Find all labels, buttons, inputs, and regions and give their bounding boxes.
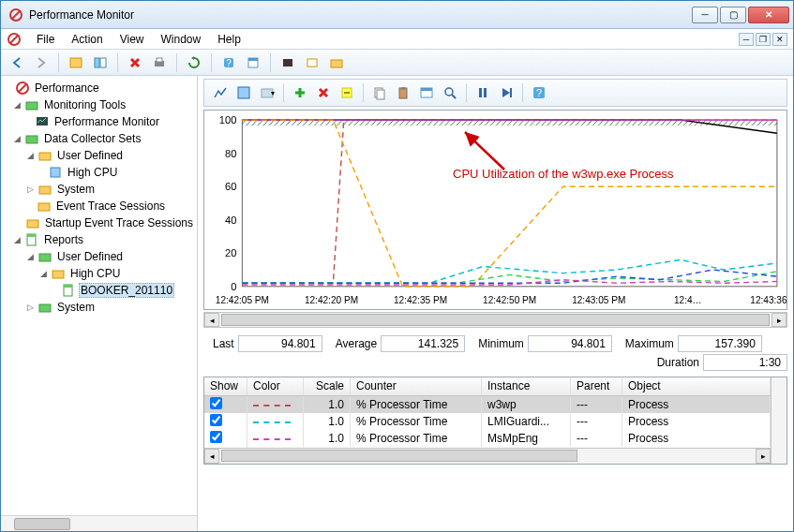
svg-rect-27: [27, 234, 36, 237]
print-button[interactable]: [149, 52, 170, 73]
scroll-thumb[interactable]: [221, 314, 770, 326]
svg-line-3: [10, 36, 18, 43]
folder-icon: [37, 249, 52, 264]
refresh-button[interactable]: [184, 52, 204, 73]
svg-text:60: 60: [225, 181, 236, 192]
tree-system-1[interactable]: ▷ System: [3, 181, 195, 198]
scroll-right-icon[interactable]: ▸: [756, 449, 771, 464]
properties2-button[interactable]: [416, 82, 437, 103]
tree-high-cpu-1[interactable]: High CPU: [3, 164, 195, 181]
menu-file[interactable]: File: [29, 31, 62, 48]
legend-row[interactable]: 1.0% Processor TimeMsMpEng---Process: [204, 430, 771, 447]
collapse-icon[interactable]: ◢: [38, 269, 49, 279]
show-checkbox[interactable]: [210, 431, 222, 443]
object-cell: Process: [622, 396, 771, 413]
menu-action[interactable]: Action: [64, 31, 110, 48]
help2-button[interactable]: ?: [529, 82, 549, 103]
collapse-icon[interactable]: ◢: [12, 235, 22, 245]
col-scale[interactable]: Scale: [304, 377, 351, 395]
view-histogram-button[interactable]: [233, 82, 254, 103]
delete-button[interactable]: [125, 52, 145, 73]
tree-event-trace[interactable]: Event Trace Sessions: [3, 198, 195, 214]
col-show[interactable]: Show: [204, 377, 247, 395]
copy-button[interactable]: [369, 82, 390, 103]
mdi-minimize[interactable]: ─: [739, 33, 754, 46]
menu-view[interactable]: View: [112, 31, 152, 48]
tree-user-defined-1[interactable]: ◢ User Defined: [3, 147, 195, 164]
tree-perfmon[interactable]: Performance Monitor: [3, 113, 195, 130]
expand-icon[interactable]: ▷: [25, 303, 36, 313]
toolbar-btn-9[interactable]: [243, 52, 263, 73]
tree-h-scrollbar[interactable]: [1, 515, 197, 531]
show-hide-tree-button[interactable]: [66, 52, 86, 73]
tree-pane: Performance ◢ Monitoring Tools Performan…: [1, 76, 198, 531]
mdi-close[interactable]: ✕: [772, 33, 787, 46]
col-parent[interactable]: Parent: [571, 377, 622, 395]
legend-h-scrollbar[interactable]: ◂ ▸: [204, 448, 771, 464]
highlight-button[interactable]: [337, 82, 357, 103]
legend-row[interactable]: 1.0% Processor Timew3wp---Process: [204, 396, 771, 413]
tree[interactable]: Performance ◢ Monitoring Tools Performan…: [1, 76, 197, 515]
delete-counter-button[interactable]: [313, 82, 334, 103]
tree-booker-report[interactable]: BOOKER_201110: [3, 282, 195, 299]
update-button[interactable]: [496, 82, 517, 103]
svg-point-42: [445, 88, 453, 96]
legend-body[interactable]: 1.0% Processor Timew3wp---Process1.0% Pr…: [204, 396, 771, 448]
col-object[interactable]: Object: [622, 377, 771, 395]
tree-high-cpu-2[interactable]: ◢ High CPU: [3, 265, 195, 282]
maximize-button[interactable]: ▢: [720, 7, 746, 23]
tree-dcs[interactable]: ◢ Data Collector Sets: [3, 130, 195, 147]
collapse-icon[interactable]: ◢: [25, 252, 36, 262]
collapse-icon[interactable]: ◢: [12, 100, 22, 111]
svg-rect-25: [27, 220, 38, 228]
tree-root[interactable]: Performance: [3, 80, 195, 96]
menu-window[interactable]: Window: [154, 31, 209, 48]
scroll-thumb[interactable]: [221, 450, 577, 462]
collapse-icon[interactable]: [3, 83, 13, 94]
window-title: Performance Monitor: [29, 8, 690, 22]
show-checkbox[interactable]: [210, 397, 222, 409]
tree-monitoring-tools[interactable]: ◢ Monitoring Tools: [3, 96, 195, 113]
tree-startup-event[interactable]: Startup Event Trace Sessions: [3, 214, 195, 231]
main-toolbar: ?: [1, 50, 793, 76]
scroll-left-icon[interactable]: ◂: [204, 449, 219, 464]
legend-row[interactable]: 1.0% Processor TimeLMIGuardi...---Proces…: [204, 413, 771, 430]
tree-system-2[interactable]: ▷ System: [3, 299, 195, 316]
scroll-left-icon[interactable]: ◂: [204, 313, 219, 327]
col-color[interactable]: Color: [247, 377, 304, 395]
toolbar-btn-11[interactable]: [302, 52, 322, 73]
svg-text:12:42:05 PM: 12:42:05 PM: [216, 295, 269, 305]
help-button[interactable]: ?: [218, 52, 239, 73]
legend-v-scrollbar[interactable]: [771, 377, 787, 464]
col-instance[interactable]: Instance: [482, 377, 571, 395]
scroll-right-icon[interactable]: ▸: [772, 313, 787, 327]
add-counter-button[interactable]: [290, 82, 310, 103]
mdi-restore[interactable]: ❐: [756, 33, 771, 46]
minimize-button[interactable]: ─: [692, 7, 718, 23]
properties-button[interactable]: [90, 52, 111, 73]
paste-button[interactable]: [393, 82, 413, 103]
svg-rect-20: [26, 136, 37, 143]
close-button[interactable]: ✕: [748, 7, 789, 23]
expand-icon[interactable]: ▷: [25, 185, 36, 195]
chart-area[interactable]: 02040608010012:42:05 PM12:42:20 PM12:42:…: [203, 110, 787, 310]
chart-h-scrollbar[interactable]: ◂ ▸: [203, 312, 787, 328]
toolbar-btn-12[interactable]: [326, 52, 347, 73]
menu-help[interactable]: Help: [210, 31, 248, 48]
view-graph-button[interactable]: [210, 82, 231, 103]
tree-reports[interactable]: ◢ Reports: [3, 231, 195, 248]
freeze-button[interactable]: [472, 82, 493, 103]
back-button[interactable]: [7, 52, 27, 73]
svg-text:12:43:05 PM: 12:43:05 PM: [572, 295, 625, 305]
view-report-button[interactable]: ▾: [257, 82, 277, 103]
collapse-icon[interactable]: ◢: [12, 134, 22, 144]
toolbar-btn-10[interactable]: [277, 52, 298, 73]
svg-line-64: [465, 132, 504, 170]
collapse-icon[interactable]: ◢: [25, 151, 36, 161]
svg-rect-28: [39, 254, 51, 261]
zoom-button[interactable]: [440, 82, 460, 103]
col-counter[interactable]: Counter: [351, 377, 482, 395]
show-checkbox[interactable]: [210, 414, 222, 426]
tree-user-defined-2[interactable]: ◢ User Defined: [3, 248, 195, 265]
forward-button[interactable]: [31, 52, 52, 73]
